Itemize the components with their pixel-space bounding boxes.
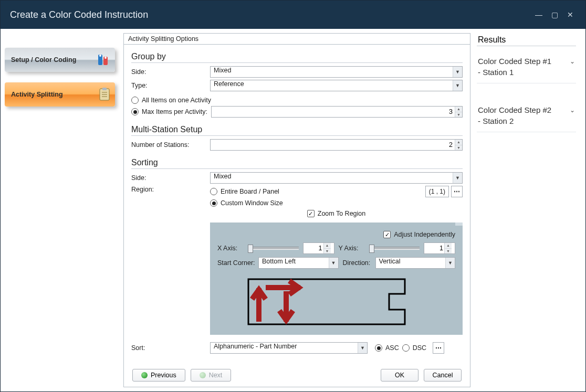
zoom-label: Zoom To Region	[318, 210, 366, 217]
yaxis-label: Y Axis:	[339, 245, 365, 252]
chevron-down-icon: ⌄	[570, 107, 575, 114]
coord-more-button[interactable]: ⋯	[451, 186, 463, 197]
direction-select[interactable]: Vertical▼	[375, 257, 456, 269]
next-icon	[200, 372, 206, 378]
num-stations-spin[interactable]: ▲▼	[210, 139, 463, 151]
direction-label: Direction:	[343, 259, 375, 267]
entire-board-label: Entire Board / Panel	[221, 188, 425, 195]
chevron-down-icon: ▼	[453, 80, 462, 91]
all-items-radio[interactable]	[131, 97, 139, 104]
all-items-label: All Items on one Activity	[142, 97, 211, 104]
custom-window-radio[interactable]	[210, 199, 217, 207]
dsc-label: DSC	[413, 344, 426, 352]
chevron-down-icon: ▼	[453, 173, 462, 183]
prev-icon	[141, 372, 148, 378]
clipboard-icon	[98, 87, 111, 102]
type-select[interactable]: Reference▼	[210, 80, 463, 91]
nav-activity-splitting[interactable]: Activity Splitting	[5, 82, 115, 107]
max-items-spin[interactable]: ▲▼	[211, 106, 463, 118]
cancel-button[interactable]: Cancel	[424, 369, 462, 382]
palette-icon	[96, 52, 111, 67]
xaxis-slider[interactable]	[248, 247, 299, 250]
sort-field-select[interactable]: Alphanumeric - Part Number▼	[210, 342, 368, 354]
result-item-2[interactable]: Color Coded Step #2- Station 2 ⌄	[477, 99, 576, 132]
next-button[interactable]: Next	[191, 369, 232, 382]
nav-sidebar: Setup / Color Coding Activity Splitting	[1, 29, 121, 391]
titlebar: Create a Color Coded Instruction — ▢ ✕	[1, 1, 585, 29]
num-stations-label: Number of Stations:	[131, 141, 210, 149]
previous-button[interactable]: Previous	[132, 369, 185, 382]
max-items-label: Max Items per Activity:	[142, 108, 211, 115]
dsc-radio[interactable]	[402, 344, 410, 352]
chevron-down-icon: ▼	[358, 343, 367, 353]
chevron-down-icon: ▼	[445, 258, 455, 268]
yaxis-spin[interactable]: ▲▼	[424, 242, 455, 254]
region-settings-box: Adjust Independently X Axis: ▲▼ Y Axis: …	[210, 223, 463, 335]
close-button[interactable]: ✕	[564, 9, 576, 20]
coord-display: (1 , 1)	[425, 186, 449, 197]
groupby-heading: Group by	[131, 52, 463, 61]
side-select[interactable]: Mixed▼	[210, 66, 463, 78]
sort-side-select[interactable]: Mixed▼	[210, 172, 463, 184]
xaxis-label: X Axis:	[217, 245, 244, 252]
asc-label: ASC	[385, 344, 399, 352]
adjust-label: Adjust Independently	[394, 231, 455, 238]
chevron-down-icon: ▼	[329, 258, 338, 268]
minimize-button[interactable]: —	[533, 9, 545, 20]
start-corner-label: Start Corner:	[217, 259, 258, 267]
zoom-to-region-check[interactable]	[307, 210, 315, 217]
window-body: Setup / Color Coding Activity Splitting …	[1, 29, 585, 391]
custom-window-label: Custom Window Size	[221, 199, 283, 207]
direction-diagram	[247, 278, 426, 325]
main-window: Create a Color Coded Instruction — ▢ ✕ S…	[0, 0, 586, 392]
adjust-independent-check[interactable]	[383, 231, 391, 238]
results-panel: Results Color Coded Step #1- Station 1 ⌄…	[473, 29, 585, 391]
region-label: Region:	[131, 186, 210, 193]
yaxis-slider[interactable]	[369, 247, 420, 250]
results-heading: Results	[477, 35, 576, 46]
svg-point-3	[104, 57, 107, 59]
panel-body: Group by Side: Mixed▼ Type: Reference▼ A…	[124, 45, 470, 367]
panel-footer: Previous Next OK Cancel	[124, 367, 470, 387]
sort-label: Sort:	[131, 344, 210, 352]
svg-rect-5	[102, 88, 107, 90]
start-corner-select[interactable]: Bottom Left▼	[258, 257, 339, 269]
svg-point-2	[99, 55, 101, 57]
chevron-down-icon: ⌄	[570, 58, 575, 65]
multistation-heading: Multi-Station Setup	[131, 125, 463, 134]
chevron-down-icon: ▼	[453, 67, 462, 77]
sort-more-button[interactable]: ⋯	[433, 342, 444, 354]
nav-setup-color-coding[interactable]: Setup / Color Coding	[5, 48, 115, 72]
xaxis-spin[interactable]: ▲▼	[303, 242, 334, 254]
max-items-radio[interactable]	[131, 108, 139, 115]
options-panel: Activity Splitting Options Group by Side…	[123, 33, 470, 387]
maximize-button[interactable]: ▢	[549, 9, 560, 20]
ok-button[interactable]: OK	[381, 369, 418, 382]
result-item-1[interactable]: Color Coded Step #1- Station 1 ⌄	[477, 50, 576, 83]
sorting-heading: Sorting	[131, 158, 463, 167]
nav-label: Activity Splitting	[11, 91, 63, 98]
entire-board-radio[interactable]	[210, 188, 217, 195]
main-area: Activity Splitting Options Group by Side…	[121, 29, 473, 391]
sort-side-label: Side:	[131, 174, 210, 182]
side-label: Side:	[131, 68, 210, 76]
nav-label: Setup / Color Coding	[11, 56, 76, 63]
panel-title: Activity Splitting Options	[124, 34, 470, 45]
type-label: Type:	[131, 82, 210, 89]
window-title: Create a Color Coded Instruction	[10, 9, 148, 20]
asc-radio[interactable]	[375, 344, 382, 352]
